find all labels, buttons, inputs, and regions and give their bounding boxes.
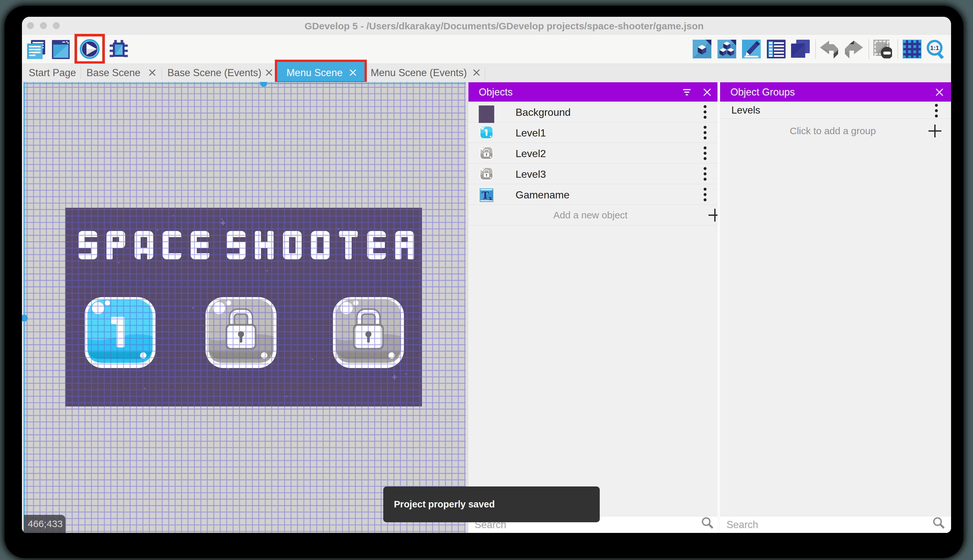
svg-text:x: x	[489, 195, 492, 202]
svg-text:1:1: 1:1	[930, 45, 939, 51]
svg-text:T: T	[482, 189, 489, 201]
